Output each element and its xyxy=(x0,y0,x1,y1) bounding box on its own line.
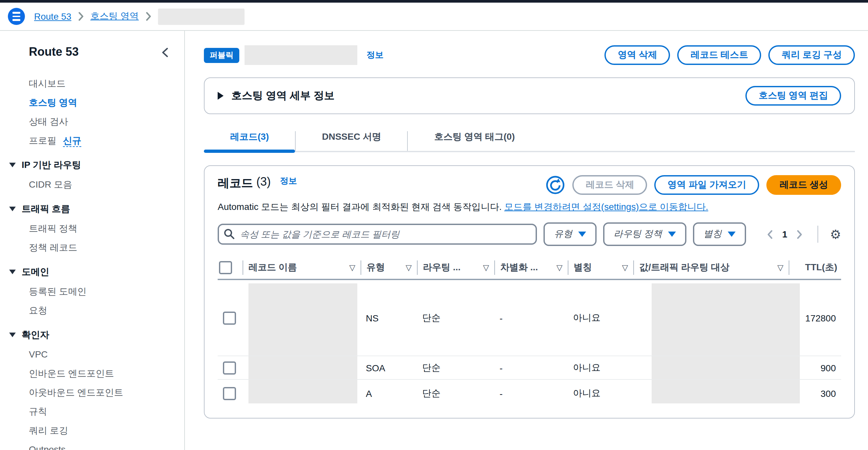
records-info-link[interactable]: 정보 xyxy=(280,175,297,187)
record-filter-search xyxy=(218,224,537,245)
caret-down-icon xyxy=(9,269,16,274)
sidebar-item-requests[interactable]: 요청 xyxy=(0,304,184,317)
dropdown-caret-icon xyxy=(668,232,676,237)
sidebar-item-rules[interactable]: 규칙 xyxy=(0,405,184,418)
caret-down-icon xyxy=(9,332,16,337)
tab-hosted-zone-tags[interactable]: 호스팅 영역 태그(0) xyxy=(407,131,541,151)
section-label: 트래픽 흐름 xyxy=(22,202,70,215)
caret-right-icon xyxy=(218,92,223,100)
settings-gear-icon[interactable]: ⚙ xyxy=(830,228,841,240)
test-records-button[interactable]: 레코드 테스트 xyxy=(678,45,762,65)
column-label: 라우팅 ... xyxy=(423,262,461,274)
row-checkbox[interactable] xyxy=(223,311,236,324)
filter-toolbar: 유형 라우팅 정책 별칭 1 ⚙ xyxy=(218,222,841,246)
sidebar-section-ip-routing[interactable]: IP 기반 라우팅 xyxy=(0,158,184,171)
refresh-icon[interactable] xyxy=(546,175,565,195)
sidebar-item-outposts[interactable]: Outposts xyxy=(0,443,184,450)
record-alias-cell: 아니요 xyxy=(568,362,633,373)
record-routing-cell: 단순 xyxy=(417,362,494,373)
pagination-current-page[interactable]: 1 xyxy=(782,229,787,239)
sidebar-item-vpc[interactable]: VPC xyxy=(0,348,184,361)
section-label: 확인자 xyxy=(22,328,49,341)
breadcrumb-route53-link[interactable]: Route 53 xyxy=(34,11,71,22)
redacted-zone-title xyxy=(245,45,357,65)
delete-zone-button[interactable]: 영역 삭제 xyxy=(605,45,670,65)
sort-icon: ▽ xyxy=(478,263,489,272)
sidebar-item-profiles[interactable]: 프로필신규 xyxy=(0,134,184,147)
table-body: NS 단순 - 아니요 172800 SOA 단순 - xyxy=(218,280,841,408)
records-title: 레코드 xyxy=(218,175,253,191)
sort-icon: ▽ xyxy=(772,263,783,272)
configure-query-logging-button[interactable]: 쿼리 로깅 구성 xyxy=(768,45,855,65)
delete-record-button[interactable]: 레코드 삭제 xyxy=(572,175,647,195)
tab-records[interactable]: 레코드(3) xyxy=(204,131,295,151)
sidebar-collapse-icon[interactable] xyxy=(161,47,168,57)
sidebar-item-hosted-zones[interactable]: 호스팅 영역 xyxy=(0,96,184,109)
record-type-cell: A xyxy=(361,388,417,399)
zone-info-link[interactable]: 정보 xyxy=(367,49,383,61)
create-record-button[interactable]: 레코드 생성 xyxy=(766,175,841,195)
routing-policy-filter-dropdown[interactable]: 라우팅 정책 xyxy=(603,222,686,246)
table-row: SOA 단순 - 아니요 900 xyxy=(218,356,841,380)
breadcrumb-bar: Route 53 호스팅 영역 xyxy=(0,3,868,31)
table-header-row: 레코드 이름▽ 유형▽ 라우팅 ...▽ 차별화 ...▽ 별칭▽ 값/트래픽 … xyxy=(218,257,841,280)
column-header-type[interactable]: 유형▽ xyxy=(361,261,417,275)
sort-icon: ▽ xyxy=(401,263,412,272)
sidebar-item-policy-records[interactable]: 정책 레코드 xyxy=(0,241,184,254)
divider xyxy=(817,226,818,243)
details-panel-title: 호스팅 영역 세부 정보 xyxy=(231,89,335,103)
column-header-routing[interactable]: 라우팅 ...▽ xyxy=(417,261,494,275)
record-filter-input[interactable] xyxy=(218,224,537,245)
record-alias-cell: 아니요 xyxy=(568,312,633,324)
record-routing-cell: 단순 xyxy=(417,312,494,324)
column-header-differentiator[interactable]: 차별화 ...▽ xyxy=(494,261,568,275)
hosted-zone-details-panel[interactable]: 호스팅 영역 세부 정보 호스팅 영역 편집 xyxy=(204,78,855,114)
record-type-cell: SOA xyxy=(361,362,417,373)
section-label: 도메인 xyxy=(22,265,49,278)
select-all-checkbox[interactable] xyxy=(218,261,243,275)
top-nav-edge xyxy=(0,0,868,3)
column-label: 차별화 ... xyxy=(500,262,538,274)
import-zone-file-button[interactable]: 영역 파일 가져오기 xyxy=(655,175,760,195)
sidebar-section-domains[interactable]: 도메인 xyxy=(0,265,184,278)
sort-icon: ▽ xyxy=(551,263,562,272)
dropdown-label: 유형 xyxy=(554,228,572,240)
column-header-alias[interactable]: 별칭▽ xyxy=(568,261,633,275)
sidebar-item-inbound-endpoints[interactable]: 인바운드 엔드포인트 xyxy=(0,367,184,380)
new-badge: 신규 xyxy=(63,135,81,147)
sidebar-item-cidr-collections[interactable]: CIDR 모음 xyxy=(0,178,184,191)
breadcrumb: Route 53 호스팅 영역 xyxy=(34,8,244,25)
row-checkbox[interactable] xyxy=(223,361,236,374)
sidebar-item-query-logging[interactable]: 쿼리 로깅 xyxy=(0,424,184,437)
settings-link[interactable]: 모드를 변경하려면 설정(settings)으로 이동합니다. xyxy=(504,201,708,212)
breadcrumb-hosted-zones-link[interactable]: 호스팅 영역 xyxy=(90,10,139,22)
caret-down-icon xyxy=(9,162,16,167)
table-row: NS 단순 - 아니요 172800 xyxy=(218,280,841,356)
zone-header: 퍼블릭 정보 영역 삭제 레코드 테스트 쿼리 로깅 구성 xyxy=(204,45,855,65)
column-header-ttl[interactable]: TTL(초) xyxy=(789,261,841,275)
sidebar-item-outbound-endpoints[interactable]: 아웃바운드 엔드포인트 xyxy=(0,386,184,399)
column-header-value[interactable]: 값/트래픽 라우팅 대상▽ xyxy=(633,261,789,275)
section-label: IP 기반 라우팅 xyxy=(22,158,81,171)
alias-filter-dropdown[interactable]: 별칭 xyxy=(693,222,746,246)
tab-dnssec-signing[interactable]: DNSSEC 서명 xyxy=(295,131,407,151)
column-label: TTL(초) xyxy=(805,262,837,274)
row-checkbox[interactable] xyxy=(223,387,236,400)
records-panel: 레코드 (3) 정보 레코드 삭제 영역 파일 가져오기 xyxy=(204,165,855,419)
description-text: Automatic 모드는 최상의 필터 결과에 최적화된 현재 검색 동작입니… xyxy=(218,201,502,212)
sidebar: Route 53 대시보드 호스팅 영역 상태 검사 프로필신규 IP 기반 라… xyxy=(0,31,185,450)
pagination-next-icon[interactable] xyxy=(797,229,803,239)
sidebar-item-traffic-policies[interactable]: 트래픽 정책 xyxy=(0,222,184,235)
main-content: 퍼블릭 정보 영역 삭제 레코드 테스트 쿼리 로깅 구성 호스팅 영역 세부 … xyxy=(185,31,868,450)
type-filter-dropdown[interactable]: 유형 xyxy=(544,222,597,246)
dropdown-label: 라우팅 정책 xyxy=(614,228,662,240)
sidebar-section-traffic-flow[interactable]: 트래픽 흐름 xyxy=(0,202,184,215)
pagination-prev-icon[interactable] xyxy=(766,229,773,239)
hamburger-menu-icon[interactable] xyxy=(8,8,25,25)
sidebar-item-health-checks[interactable]: 상태 검사 xyxy=(0,115,184,128)
sidebar-section-resolver[interactable]: 확인자 xyxy=(0,328,184,341)
edit-hosted-zone-button[interactable]: 호스팅 영역 편집 xyxy=(745,86,841,106)
column-header-record-name[interactable]: 레코드 이름▽ xyxy=(243,261,361,275)
sidebar-item-dashboard[interactable]: 대시보드 xyxy=(0,77,184,90)
sidebar-item-registered-domains[interactable]: 등록된 도메인 xyxy=(0,285,184,298)
